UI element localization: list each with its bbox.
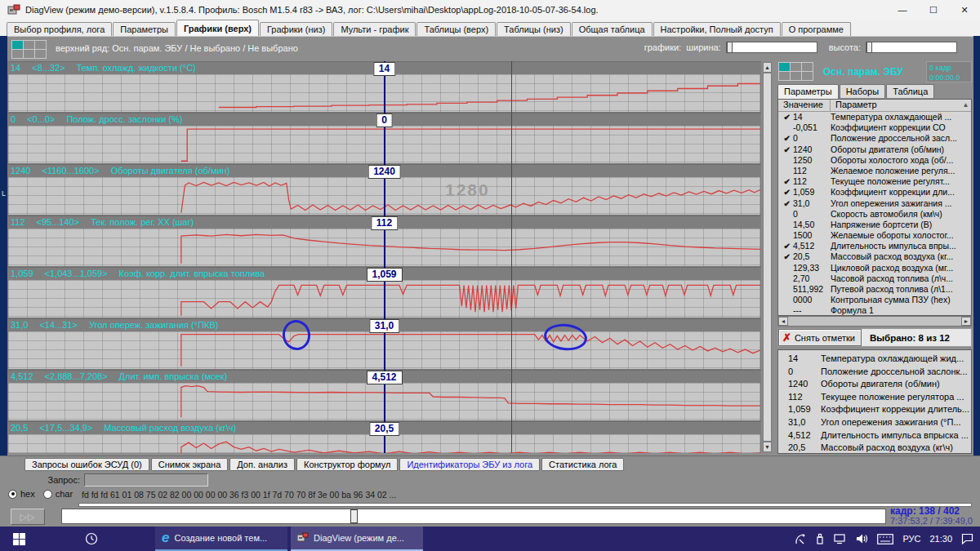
selected-parameter-row[interactable]: 4,512Длительность импульса впрыска ... [778, 429, 971, 442]
parameter-value: 112 [791, 176, 831, 187]
request-input[interactable] [84, 473, 208, 487]
parameter-row[interactable]: ---Формула 1 [778, 305, 971, 316]
language-indicator[interactable]: РУС [902, 534, 920, 544]
parameter-name: Контрольная сумма ПЗУ (hex) [831, 295, 971, 305]
parameter-row[interactable]: 1500Желаемые обороты холостог... [778, 230, 971, 241]
tab-ecu-identifiers-from-log[interactable]: Идентификаторы ЭБУ из лога [399, 458, 540, 471]
selected-parameter-row[interactable]: 1240Обороты двигателя (об/мин) [778, 378, 971, 391]
scroll-down-arrow[interactable]: ▼ [763, 442, 772, 452]
graph-width-slider[interactable] [726, 42, 817, 53]
hex-radio[interactable] [8, 490, 17, 499]
satellite-icon[interactable] [794, 533, 806, 545]
close-button[interactable]: ✕ [949, 0, 980, 20]
action-center-icon[interactable] [961, 533, 973, 544]
selected-parameter-row[interactable]: 0Положение дроссельной заслонк... [778, 366, 971, 379]
parameter-row[interactable]: 1250Обороты холостого хода (об/... [778, 155, 971, 166]
tab-about[interactable]: О программе [782, 22, 851, 36]
parameter-row[interactable]: 112Желаемое положение регуля... [778, 166, 971, 176]
clear-marks-button[interactable]: ✗ Снять отметки [778, 329, 862, 346]
parameter-row[interactable]: 129,33Цикловой расход воздуха (мг... [778, 263, 971, 273]
parameter-row[interactable]: ✔4,512Длительность импульса впры... [778, 241, 971, 251]
parameter-row[interactable]: ✔112Текущее положение регулят... [778, 176, 971, 187]
check-mark-icon [778, 166, 791, 176]
graph-height-slider[interactable] [866, 42, 957, 53]
grid-cell[interactable] [24, 50, 34, 58]
strip-range: <95...140> [37, 217, 80, 227]
tab-ecu-error-requests[interactable]: Запросы ошибок ЭСУД (0) [24, 458, 149, 471]
grid-cell[interactable] [12, 41, 23, 49]
start-button[interactable] [0, 527, 38, 551]
parameter-row[interactable]: 0000Контрольная сумма ПЗУ (hex) [778, 295, 971, 305]
playback-button[interactable]: ▷▷ [11, 509, 45, 525]
tab-screenshot[interactable]: Снимок экрана [151, 458, 229, 471]
grid-cell[interactable] [802, 72, 813, 80]
parameter-name: Текущее положение регулят... [831, 176, 971, 187]
tab-graphs-top[interactable]: Графики (верх) [176, 20, 259, 36]
panel-layout-grid[interactable] [778, 62, 813, 81]
panel-tab-2[interactable]: Таблица [886, 84, 934, 98]
scroll-up-arrow[interactable]: ▲ [763, 62, 772, 73]
volume-icon[interactable] [856, 533, 868, 544]
grid-cell[interactable] [779, 63, 790, 71]
parameter-row[interactable]: ✔1,059Коэффициент коррекции дли... [778, 187, 971, 198]
usb-icon[interactable] [815, 533, 825, 545]
strip-header: 0<0...0>Полож. дросс. заслонки (%)0 [7, 113, 761, 126]
row-layout-grid[interactable] [11, 40, 47, 59]
tab-tables-bottom[interactable]: Таблицы (низ) [497, 22, 571, 36]
tab-log-statistics[interactable]: Статистика лога [541, 458, 624, 471]
tab-extra-analysis[interactable]: Доп. анализ [229, 458, 295, 471]
scroll-right-arrow[interactable]: ► [961, 317, 971, 326]
taskbar-edge-button[interactable]: e Создание новой тем... [155, 527, 287, 551]
grid-cell[interactable] [779, 72, 790, 80]
grid-cell[interactable] [802, 63, 813, 71]
parameter-row[interactable]: ✔0Положение дроссельной засл... [778, 133, 971, 144]
maximize-button[interactable]: ☐ [918, 0, 949, 20]
tab-tables-top[interactable]: Таблицы (верх) [416, 22, 496, 36]
clock-time[interactable]: 21:30 [929, 534, 952, 544]
selected-parameter-row[interactable]: 20,5Массовый расход воздуха (кг\ч) [778, 442, 971, 454]
scroll-thumb[interactable] [763, 73, 772, 442]
grid-cell[interactable] [35, 50, 46, 58]
tab-common-table[interactable]: Общая таблица [572, 22, 653, 36]
selected-parameter-row[interactable]: 31,0Угол опережения зажигания (°П... [778, 416, 971, 429]
parameter-row[interactable]: 14,50Напряжение бортсети (В) [778, 220, 971, 230]
grid-cell[interactable] [791, 63, 801, 71]
frame-slider[interactable] [61, 509, 886, 524]
parameter-row[interactable]: ✔20,5Массовый расход воздуха (кг... [778, 251, 971, 262]
char-radio[interactable] [43, 490, 52, 499]
check-mark-icon [778, 220, 791, 230]
chart-vertical-scrollbar[interactable]: ▲ ▼ [762, 61, 773, 453]
parameter-row[interactable]: 2,70Часовой расход топлива (л\ч... [778, 273, 971, 284]
scroll-left-arrow[interactable]: ◄ [778, 317, 788, 326]
parameter-row[interactable]: -0,051Коэффициент коррекции СО [778, 122, 971, 133]
minimize-button[interactable]: — [887, 0, 918, 20]
taskbar-diagview-button[interactable]: DiagView (режим де... [291, 527, 423, 551]
touch-keyboard-icon[interactable] [877, 534, 893, 544]
parameter-row[interactable]: ✔14Температура охлаждающей ... [778, 112, 971, 122]
grid-cell[interactable] [24, 41, 34, 49]
grid-cell[interactable] [12, 50, 23, 58]
panel-tab-1[interactable]: Наборы [840, 84, 886, 98]
panel-tab-0[interactable]: Параметры [777, 84, 839, 99]
tab-settings-full-access[interactable]: Настройки, Полный доступ [653, 22, 781, 36]
parameter-row[interactable]: ✔1240Обороты двигателя (об/мин) [778, 144, 971, 155]
parameter-row[interactable]: ✔31,0Угол опережения зажигания ... [778, 198, 971, 209]
tab-formula-constructor[interactable]: Конструктор формул [296, 458, 398, 471]
list-scroll-up-icon[interactable]: ▲ [960, 100, 971, 111]
grid-cell[interactable] [35, 41, 46, 49]
tab-parameters[interactable]: Параметры [113, 22, 176, 36]
selected-parameter-row[interactable]: 1,059Коэффициент коррекции длитель... [778, 403, 971, 416]
parameter-name: Массовый расход воздуха (кг... [831, 251, 971, 262]
parameter-list-hscrollbar[interactable]: ◄ ► [777, 316, 972, 327]
grid-cell[interactable] [791, 72, 801, 80]
tab-multi-graph[interactable]: Мульти - график [333, 22, 416, 36]
frame-slider-thumb[interactable] [350, 509, 358, 523]
parameter-row[interactable]: 511,992Путевой расход топлива (л\1... [778, 284, 971, 295]
tab-graphs-bottom[interactable]: Графики (низ) [260, 22, 332, 36]
task-view-button[interactable] [85, 532, 98, 547]
selected-parameter-row[interactable]: 14Температура охлаждающей жид... [778, 353, 971, 366]
tab-profile-log[interactable]: Выбор профиля, лога [7, 22, 112, 36]
parameter-row[interactable]: 0Скорость автомобиля (км\ч) [778, 209, 971, 220]
network-icon[interactable] [834, 533, 847, 544]
selected-parameter-row[interactable]: 112Текущее положение регулятора ... [778, 391, 971, 404]
